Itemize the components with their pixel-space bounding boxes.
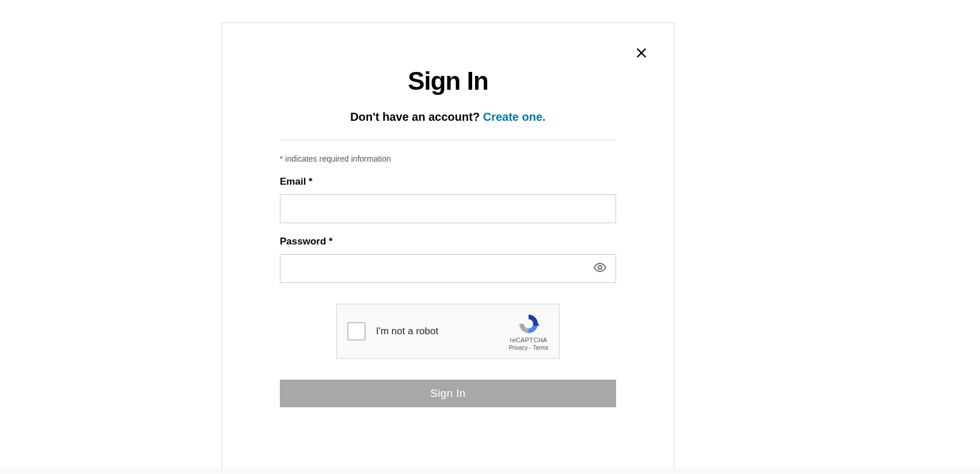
- password-wrapper: [280, 254, 616, 283]
- recaptcha-links: Privacy - Terms: [505, 345, 552, 351]
- password-input[interactable]: [280, 254, 616, 283]
- recaptcha-privacy-link[interactable]: Privacy: [509, 345, 528, 351]
- modal-title: Sign In: [280, 67, 616, 95]
- signin-button[interactable]: Sign In: [280, 380, 616, 407]
- eye-icon: [593, 261, 607, 277]
- recaptcha-brand-text: reCAPTCHA: [505, 337, 552, 343]
- recaptcha-separator: -: [527, 345, 533, 351]
- subtitle: Don't have an account? Create one.: [280, 110, 616, 124]
- email-field-group: Email *: [280, 176, 616, 223]
- signin-modal: Sign In Don't have an account? Create on…: [222, 22, 674, 474]
- recaptcha-label: I'm not a robot: [376, 326, 505, 337]
- password-field-group: Password *: [280, 236, 616, 283]
- close-icon: [635, 47, 648, 62]
- email-input[interactable]: [280, 194, 616, 223]
- close-button[interactable]: [633, 46, 649, 62]
- create-account-link[interactable]: Create one.: [483, 110, 546, 123]
- recaptcha-terms-link[interactable]: Terms: [533, 345, 548, 351]
- svg-point-2: [598, 266, 602, 269]
- subtitle-prefix: Don't have an account?: [350, 110, 483, 123]
- password-label: Password *: [280, 236, 616, 247]
- required-note-text: indicates required information: [283, 154, 391, 163]
- recaptcha-checkbox[interactable]: [347, 322, 366, 341]
- divider: [280, 140, 616, 140]
- page-footer-edge: [0, 469, 980, 474]
- toggle-password-visibility-button[interactable]: [592, 261, 608, 277]
- recaptcha-branding: reCAPTCHA Privacy - Terms: [505, 312, 552, 351]
- email-label: Email *: [280, 176, 616, 188]
- recaptcha-widget: I'm not a robot reCAPTCHA Privacy - Term…: [336, 304, 560, 359]
- required-note: * indicates required information: [280, 154, 616, 163]
- recaptcha-logo-icon: [505, 312, 552, 335]
